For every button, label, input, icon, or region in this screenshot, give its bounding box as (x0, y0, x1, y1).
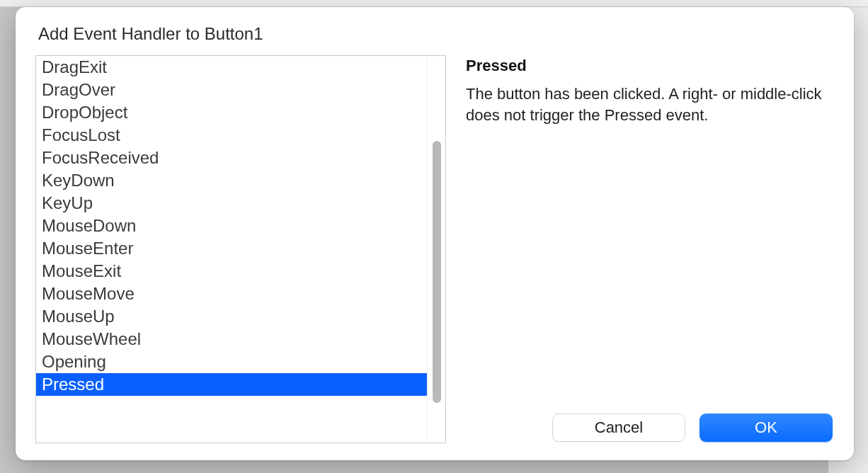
event-list-item[interactable]: KeyUp (36, 192, 427, 215)
event-list-item[interactable]: MouseUp (36, 305, 427, 328)
dialog-title: Add Event Handler to Button1 (35, 24, 834, 44)
background-toolbar (0, 0, 868, 7)
scrollbar-track[interactable] (427, 56, 445, 443)
event-list-item[interactable]: Pressed (36, 373, 427, 396)
event-list-item[interactable]: FocusReceived (36, 147, 427, 169)
event-list-item[interactable]: MouseDown (36, 215, 427, 237)
cancel-button[interactable]: Cancel (552, 414, 685, 442)
event-detail-panel: Pressed The button has been clicked. A r… (466, 55, 834, 443)
event-list-item[interactable]: MouseMove (36, 283, 427, 305)
event-list-item[interactable]: DragOver (36, 79, 427, 101)
event-list-item[interactable]: KeyDown (36, 169, 427, 192)
scrollbar-thumb[interactable] (433, 141, 441, 403)
event-list-item[interactable]: FocusLost (36, 124, 427, 147)
event-listbox[interactable]: DragExitDragOverDropObjectFocusLostFocus… (36, 56, 427, 443)
event-list-item[interactable]: DragExit (36, 56, 427, 79)
event-list-item[interactable]: MouseEnter (36, 237, 427, 260)
event-list-item[interactable]: Opening (36, 351, 427, 373)
event-handler-dialog: Add Event Handler to Button1 DragExitDra… (16, 7, 854, 460)
event-list-item[interactable]: MouseExit (36, 260, 427, 283)
event-listbox-container: DragExitDragOverDropObjectFocusLostFocus… (35, 55, 446, 443)
event-detail-title: Pressed (466, 57, 834, 75)
event-list-item[interactable]: DropObject (36, 101, 427, 124)
event-list-item[interactable]: MouseWheel (36, 328, 427, 351)
dialog-button-row: Cancel OK (552, 414, 833, 442)
dialog-content: DragExitDragOverDropObjectFocusLostFocus… (35, 55, 834, 443)
event-detail-description: The button has been clicked. A right- or… (466, 84, 834, 126)
ok-button[interactable]: OK (699, 414, 833, 442)
